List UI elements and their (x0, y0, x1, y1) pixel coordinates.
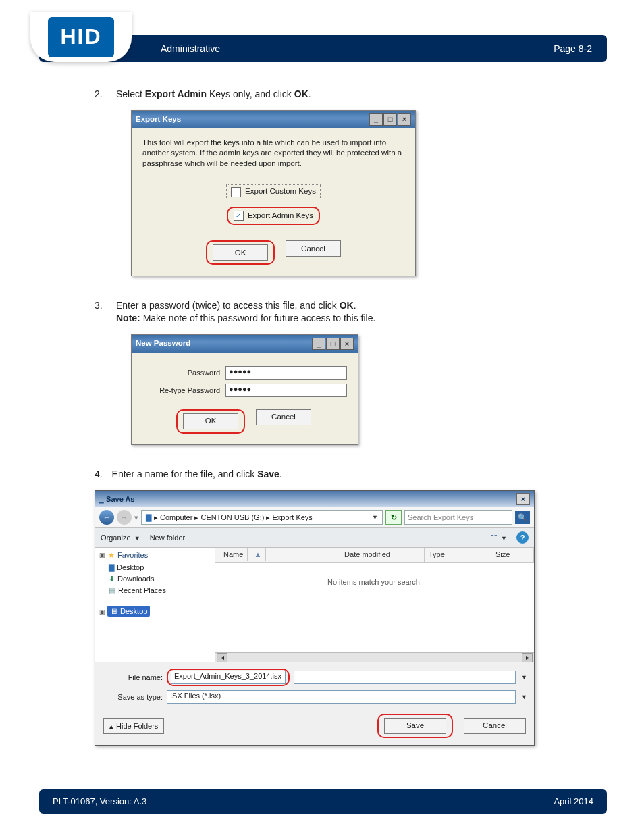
search-icon[interactable]: 🔍 (515, 511, 530, 524)
tree-item-recent[interactable]: ▤Recent Places (109, 585, 211, 596)
scroll-left-icon[interactable]: ◂ (217, 653, 227, 662)
breadcrumb[interactable]: ▇ ▸ Computer ▸ CENTON USB (G:) ▸ Export … (141, 510, 383, 525)
save-type-select[interactable]: ISX Files (*.isx) (167, 690, 516, 704)
recent-icon: ▤ (109, 585, 115, 596)
refresh-icon[interactable]: ↻ (385, 510, 402, 525)
organize-menu[interactable]: Organize ▼ (101, 533, 140, 543)
doc-date: April 2014 (554, 796, 593, 808)
cancel-button[interactable]: Cancel (464, 718, 526, 734)
checkbox-checked-icon[interactable]: ✓ (234, 211, 244, 221)
star-icon: ★ (108, 550, 115, 561)
scroll-right-icon[interactable]: ▸ (522, 653, 533, 662)
step-text: Enter a name for the file, and click Sav… (112, 469, 282, 479)
desktop-icon: 🖥 (110, 606, 117, 617)
file-list-header[interactable]: Name ▲ Date modified Type Size (215, 548, 534, 563)
page-footer: PLT-01067, Version: A.3 April 2014 (39, 789, 607, 814)
folder-icon: ▇ (146, 513, 151, 523)
minimize-icon[interactable]: _ (312, 338, 325, 350)
dialog-titlebar: New Password _ □ × (132, 335, 358, 353)
dialog-title: Export Keys (136, 114, 181, 125)
col-date: Date modified (340, 548, 425, 562)
dialog-titlebar: ⎯ Save As × (95, 491, 534, 507)
step-text: Select Export Admin Keys only, and click… (116, 88, 311, 99)
cancel-button[interactable]: Cancel (286, 240, 341, 257)
dialog-title: New Password (136, 338, 190, 349)
ok-button[interactable]: OK (183, 413, 238, 429)
chevron-down-icon[interactable]: ▼ (372, 513, 378, 521)
dialog-titlebar: Export Keys _ □ × (132, 111, 415, 128)
view-options-icon[interactable]: ☷ ▼ (491, 533, 507, 543)
ok-highlight: OK (176, 409, 245, 434)
filename-input[interactable]: Export_Admin_Keys_3_2014.isx (171, 671, 286, 684)
step-3: 3. Enter a password (twice) to access th… (95, 299, 597, 449)
save-type-label: Save as type: (102, 692, 163, 702)
chevron-up-icon: ▴ (109, 721, 113, 731)
dialog-title: Save As (106, 495, 134, 503)
desktop-icon: ▇ (109, 563, 114, 573)
maximize-icon[interactable]: □ (326, 338, 340, 350)
save-as-dialog: ⎯ Save As × ← → ▾ ▇ ▸ Computer ▸ CENTON … (95, 490, 535, 746)
step-text: Enter a password (twice) to access this … (116, 300, 375, 323)
export-custom-keys-option[interactable]: Export Custom Keys (226, 184, 321, 199)
password-label: Password (142, 368, 220, 378)
close-icon[interactable]: × (398, 113, 411, 126)
retype-password-input[interactable]: ●●●●● (225, 384, 347, 397)
step-number: 3. (95, 299, 103, 312)
brand-logo: HID (30, 12, 132, 62)
nav-forward-icon[interactable]: → (117, 510, 132, 525)
section-title: Administrative (161, 43, 220, 55)
downloads-icon: ⬇ (109, 574, 115, 584)
step-number: 2. (95, 88, 103, 101)
step-4: 4. Enter a name for the file, and click … (95, 468, 597, 746)
folder-tree[interactable]: ▣★ Favorites ▇Desktop ⬇Downloads ▤Recent… (95, 548, 215, 662)
tree-item-desktop-selected[interactable]: 🖥Desktop (107, 606, 150, 617)
filename-input-ext[interactable] (294, 671, 516, 684)
step-number: 4. (95, 469, 103, 479)
col-size: Size (491, 548, 534, 562)
doc-id: PLT-01067, Version: A.3 (53, 796, 146, 808)
password-input[interactable]: ●●●●● (225, 366, 347, 380)
export-admin-keys-option[interactable]: ✓ Export Admin Keys (227, 207, 320, 226)
logo-text: HID (48, 17, 113, 57)
chevron-down-icon[interactable]: ▼ (521, 693, 527, 701)
retype-password-label: Re-type Password (142, 386, 220, 396)
close-icon[interactable]: × (340, 338, 354, 350)
save-highlight: Save (377, 714, 453, 738)
dialog-description: This tool will export the keys into a fi… (142, 138, 404, 170)
empty-state: No items match your search. (215, 563, 534, 602)
chevron-down-icon[interactable]: ▼ (521, 673, 527, 681)
tree-item-downloads[interactable]: ⬇Downloads (109, 573, 211, 585)
ok-button[interactable]: OK (213, 244, 268, 261)
hide-folders-button[interactable]: ▴Hide Folders (103, 718, 164, 734)
save-button[interactable]: Save (384, 718, 446, 734)
minimize-icon[interactable]: _ (369, 113, 383, 126)
export-keys-dialog: Export Keys _ □ × This tool will export … (131, 110, 416, 277)
close-icon[interactable]: × (516, 493, 530, 505)
new-folder-button[interactable]: New folder (150, 533, 186, 543)
tree-item-desktop[interactable]: ▇Desktop (109, 562, 211, 573)
col-name: Name ▲ (215, 548, 340, 562)
search-input[interactable]: Search Export Keys (404, 510, 512, 525)
new-password-dialog: New Password _ □ × Password ●●●●● (131, 334, 358, 445)
col-type: Type (425, 548, 491, 562)
horizontal-scrollbar[interactable]: ◂▸ (215, 652, 534, 662)
ok-highlight: OK (206, 240, 275, 265)
cancel-button[interactable]: Cancel (256, 409, 311, 425)
nav-back-icon[interactable]: ← (99, 510, 114, 525)
step-2: 2. Select Export Admin Keys only, and cl… (95, 88, 597, 280)
checkbox-unchecked-icon[interactable] (231, 187, 241, 197)
filename-label: File name: (102, 673, 163, 683)
maximize-icon[interactable]: □ (383, 113, 397, 126)
page-number: Page 8-2 (554, 43, 592, 55)
help-icon[interactable]: ? (516, 531, 529, 544)
